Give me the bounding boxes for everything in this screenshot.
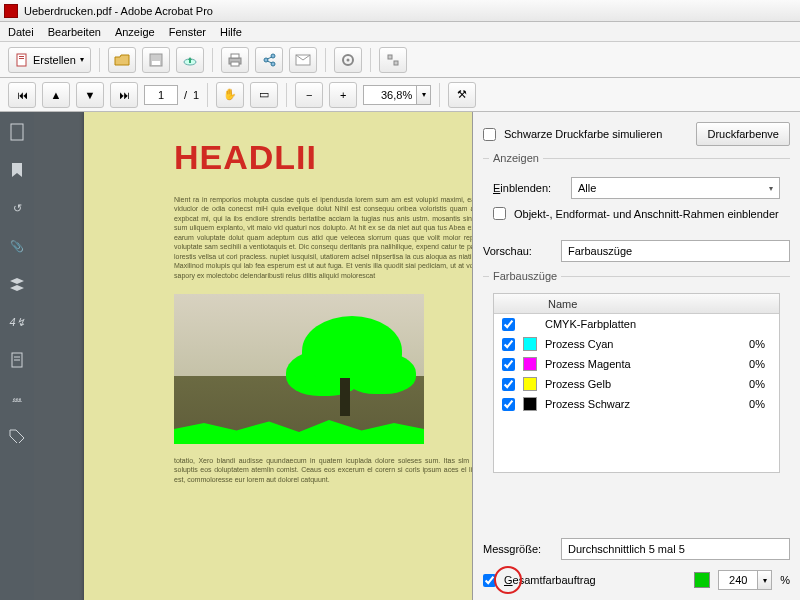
tools-menu-button[interactable]: ⚒ (448, 82, 476, 108)
tags-panel-button[interactable] (7, 426, 27, 446)
total-ink-value-input[interactable] (718, 570, 758, 590)
zoom-input[interactable] (363, 85, 417, 105)
forward-icon: ⏭ (119, 89, 130, 101)
settings-button[interactable] (334, 47, 362, 73)
standards-panel-button[interactable] (7, 350, 27, 370)
separation-row[interactable]: CMYK-Farbplatten (494, 314, 779, 334)
separation-checkbox[interactable] (502, 378, 515, 391)
create-label: Erstellen (33, 54, 76, 66)
separation-label: CMYK-Farbplatten (545, 318, 727, 330)
share-button[interactable] (255, 47, 283, 73)
separation-row[interactable]: Prozess Magenta0% (494, 354, 779, 374)
next-page-button[interactable]: ▼ (76, 82, 104, 108)
separation-row[interactable]: Prozess Gelb0% (494, 374, 779, 394)
total-ink-color-swatch[interactable] (694, 572, 710, 588)
cloud-button[interactable] (176, 47, 204, 73)
page-image (174, 294, 424, 444)
plus-icon: + (340, 89, 346, 101)
prev-page-button[interactable]: ▲ (42, 82, 70, 108)
show-group-label: Anzeigen (489, 152, 543, 164)
print-colors-button[interactable]: Druckfarbenve (696, 122, 790, 146)
zoom-dropdown[interactable]: ▾ (417, 85, 431, 105)
menu-file[interactable]: Datei (8, 26, 34, 38)
zoom-out-button[interactable]: − (295, 82, 323, 108)
svg-rect-2 (19, 58, 24, 59)
svg-rect-8 (231, 62, 239, 66)
page-headline: HEADLII (174, 138, 472, 177)
svg-rect-15 (388, 55, 392, 59)
svg-rect-0 (17, 54, 26, 66)
separation-checkbox[interactable] (502, 398, 515, 411)
create-button[interactable]: Erstellen ▾ (8, 47, 91, 73)
last-page-button[interactable]: ⏭ (110, 82, 138, 108)
simulate-black-checkbox[interactable] (483, 128, 496, 141)
menu-edit[interactable]: Bearbeiten (48, 26, 101, 38)
printer-icon (227, 53, 243, 67)
pages-panel-button[interactable] (7, 122, 27, 142)
nav-toolbar: ⏮ ▲ ▼ ⏭ / 1 ✋ ▭ − + ▾ ⚒ (0, 78, 800, 112)
separation-swatch (523, 337, 537, 351)
separation-checkbox[interactable] (502, 358, 515, 371)
model-tree-panel-button[interactable]: ⅏ (7, 388, 27, 408)
chevron-down-icon: ▾ (80, 55, 84, 64)
menu-bar: Datei Bearbeiten Anzeige Fenster Hilfe (0, 22, 800, 42)
print-button[interactable] (221, 47, 249, 73)
wrench-icon: ↺ (13, 202, 22, 215)
save-icon (149, 53, 163, 67)
einblenden-label: Einblenden: (493, 182, 563, 194)
cloud-upload-icon (182, 53, 198, 67)
vorschau-label: Vorschau: (483, 245, 553, 257)
save-button[interactable] (142, 47, 170, 73)
open-button[interactable] (108, 47, 136, 73)
print-colors-label: Druckfarbenve (707, 128, 779, 140)
einblenden-value: Alle (578, 182, 596, 194)
separation-row[interactable]: Prozess Cyan0% (494, 334, 779, 354)
page-total: 1 (193, 89, 199, 101)
ink-overflow-highlight (174, 414, 424, 444)
zoom-in-button[interactable]: + (329, 82, 357, 108)
separation-label: Prozess Schwarz (545, 398, 727, 410)
separations-group-label: Farbauszüge (489, 270, 561, 282)
wrench-panel-button[interactable]: ↺ (7, 198, 27, 218)
customize-button[interactable] (379, 47, 407, 73)
show-frames-checkbox[interactable] (493, 207, 506, 220)
document-icon (10, 352, 24, 368)
first-page-button[interactable]: ⏮ (8, 82, 36, 108)
signatures-panel-button[interactable]: 4↯ (7, 312, 27, 332)
vorschau-value: Farbauszüge (568, 245, 632, 257)
separation-checkbox[interactable] (502, 318, 515, 331)
svg-rect-1 (19, 56, 24, 57)
select-tool-button[interactable]: ▭ (250, 82, 278, 108)
hand-tool-button[interactable]: ✋ (216, 82, 244, 108)
separation-checkbox[interactable] (502, 338, 515, 351)
menu-window[interactable]: Fenster (169, 26, 206, 38)
page-separator: / (184, 89, 187, 101)
layers-panel-button[interactable] (7, 274, 27, 294)
total-ink-label: Gesamtfarbauftrag (504, 574, 596, 586)
create-icon (15, 53, 29, 67)
vorschau-select[interactable]: Farbauszüge (561, 240, 790, 262)
page-body-text-2: totatio, Xero blandi audisse quundaecum … (174, 456, 472, 484)
document-view[interactable]: HEADLII Nient ra in remporios molupta cu… (34, 112, 472, 600)
menu-view[interactable]: Anzeige (115, 26, 155, 38)
layers-icon (9, 277, 25, 291)
percent-label: % (780, 574, 790, 586)
separation-row[interactable]: Prozess Schwarz0% (494, 394, 779, 414)
attachments-panel-button[interactable]: 📎 (7, 236, 27, 256)
separation-percent: 0% (735, 358, 771, 370)
page-body-text-1: Nient ra in remporios molupta cusdae qui… (174, 195, 472, 280)
menu-help[interactable]: Hilfe (220, 26, 242, 38)
svg-point-14 (346, 58, 349, 61)
einblenden-select[interactable]: Alle ▾ (571, 177, 780, 199)
total-ink-checkbox[interactable] (483, 574, 496, 587)
page-number-input[interactable] (144, 85, 178, 105)
messgroesse-label: Messgröße: (483, 543, 553, 555)
separation-label: Prozess Gelb (545, 378, 727, 390)
email-button[interactable] (289, 47, 317, 73)
bookmarks-panel-button[interactable] (7, 160, 27, 180)
separation-swatch (523, 397, 537, 411)
signature-icon: 4↯ (9, 316, 24, 329)
separations-name-header[interactable]: Name (494, 294, 779, 314)
total-ink-dropdown[interactable]: ▾ (758, 570, 772, 590)
messgroesse-select[interactable]: Durchschnittlich 5 mal 5 (561, 538, 790, 560)
